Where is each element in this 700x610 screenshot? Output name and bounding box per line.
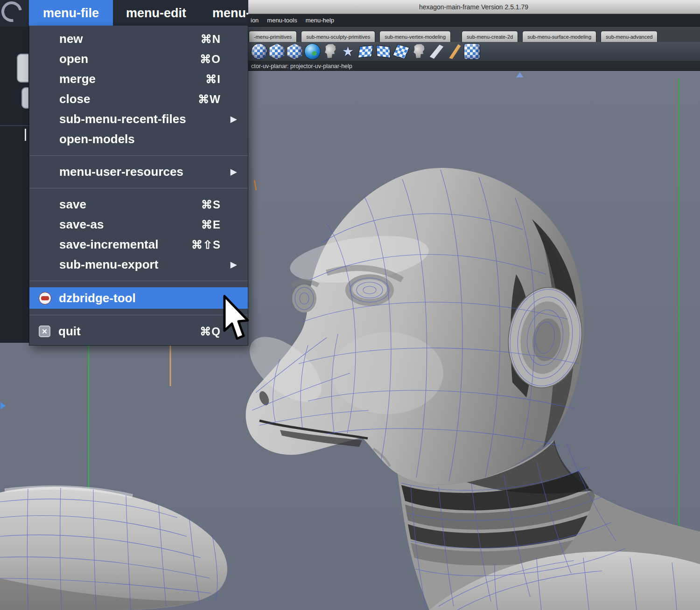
menu-item-recent-files[interactable]: sub-menu-recent-files ▶: [29, 109, 248, 129]
menu-item-close[interactable]: close ⌘W: [29, 89, 248, 109]
menu-item-new[interactable]: new ⌘N: [29, 29, 248, 49]
tab-primitives[interactable]: -menu-primitives: [249, 31, 297, 42]
uv-sphere-icon[interactable]: [251, 43, 267, 60]
knife-tool-icon[interactable]: [428, 43, 445, 60]
tab-surface-modeling[interactable]: sub-menu-surface-modeling: [522, 31, 596, 42]
menu-item-quit[interactable]: ✕ quit ⌘Q: [29, 321, 248, 341]
menu-item-save[interactable]: save ⌘S: [29, 194, 248, 215]
menu-item-merge[interactable]: merge ⌘I: [29, 69, 248, 89]
uv-box-icon[interactable]: [287, 43, 303, 60]
menu-item-save-incremental[interactable]: save-incremental ⌘⇧S: [29, 235, 248, 255]
app-menu-strip: ion menu-tools menu-help: [247, 14, 700, 27]
uv-spherical-projection-icon[interactable]: [304, 43, 321, 60]
panel-expand-icon[interactable]: [0, 402, 6, 409]
dzbridge-icon: [39, 292, 51, 305]
menu-view[interactable]: menu-view: [199, 0, 248, 27]
left-panel: [0, 27, 29, 343]
hexagon-logo: [0, 0, 29, 27]
menu-tools[interactable]: menu-tools: [267, 17, 297, 24]
star-tool-icon[interactable]: ★: [340, 43, 356, 60]
window-title: hexagon-main-frame Version 2.5.1.79: [419, 3, 528, 11]
menu-separator: [29, 188, 248, 188]
uv-planar-projection-icon[interactable]: [358, 45, 374, 58]
scroll-up-icon[interactable]: [516, 72, 524, 77]
logo-ring-icon: [0, 0, 26, 26]
menu-item-open[interactable]: open ⌘O: [29, 49, 248, 69]
menu-file[interactable]: menu-file: [29, 0, 113, 27]
status-text: ctor-uv-planar: projector-uv-planar-help: [251, 63, 352, 69]
pen-tool-icon[interactable]: [446, 43, 462, 60]
uv-plane-3-icon[interactable]: [392, 44, 410, 59]
status-bar: ctor-uv-planar: projector-uv-planar-help: [247, 62, 700, 71]
title-bar: hexagon-main-frame Version 2.5.1.79: [247, 0, 700, 14]
submenu-arrow-icon: ▶: [231, 114, 238, 124]
tab-bar: -menu-primitives sub-menu-sculpty-primit…: [247, 27, 700, 42]
panel-divider: [0, 125, 29, 126]
menu-selection-truncated[interactable]: ion: [251, 17, 259, 24]
menu-separator: [29, 315, 248, 315]
menu-help[interactable]: menu-help: [306, 17, 334, 24]
menu-item-open-models[interactable]: open-models: [29, 129, 248, 149]
menu-separator: [29, 281, 248, 281]
app-window: hexagon-main-frame Version 2.5.1.79 ion …: [0, 0, 700, 610]
submenu-arrow-icon: ▶: [231, 167, 238, 177]
menu-edit[interactable]: menu-edit: [113, 0, 199, 27]
panel-cursor-mark: [25, 129, 26, 141]
left-tool-button[interactable]: [17, 54, 29, 83]
submenu-arrow-icon: ▶: [231, 260, 238, 270]
head-model-icon[interactable]: [322, 43, 338, 60]
menu-item-user-resources[interactable]: menu-user-resources ▶: [29, 162, 248, 182]
menu-item-dzbridge-tool[interactable]: dzbridge-tool: [29, 287, 248, 309]
tab-vertex-modeling[interactable]: sub-menu-vertex-modeling: [379, 31, 451, 42]
mouse-cursor: [220, 295, 251, 343]
quit-icon: ✕: [39, 326, 50, 337]
toolbar: ★: [247, 42, 700, 62]
tab-create-2d[interactable]: sub-menu-create-2d: [462, 31, 518, 42]
menu-item-export[interactable]: sub-menu-export ▶: [29, 255, 248, 275]
menu-item-save-as[interactable]: save-as ⌘E: [29, 215, 248, 235]
left-tool-button-2[interactable]: [21, 87, 29, 109]
uv-cube-icon[interactable]: [269, 43, 285, 60]
star-glyph: ★: [342, 44, 354, 59]
file-menu: new ⌘N open ⌘O merge ⌘I close ⌘W sub-men…: [29, 26, 248, 346]
menu-separator: [29, 155, 248, 156]
unfold-box-icon[interactable]: [464, 43, 480, 60]
menu-bar: menu-file menu-edit menu-view: [0, 0, 248, 27]
tab-advanced[interactable]: sub-menu-advanced: [601, 31, 658, 42]
head-small-icon[interactable]: [411, 43, 427, 60]
uv-plane-2-icon[interactable]: [376, 45, 391, 58]
tab-sculpty-primitives[interactable]: sub-menu-sculpty-primitives: [301, 31, 375, 42]
